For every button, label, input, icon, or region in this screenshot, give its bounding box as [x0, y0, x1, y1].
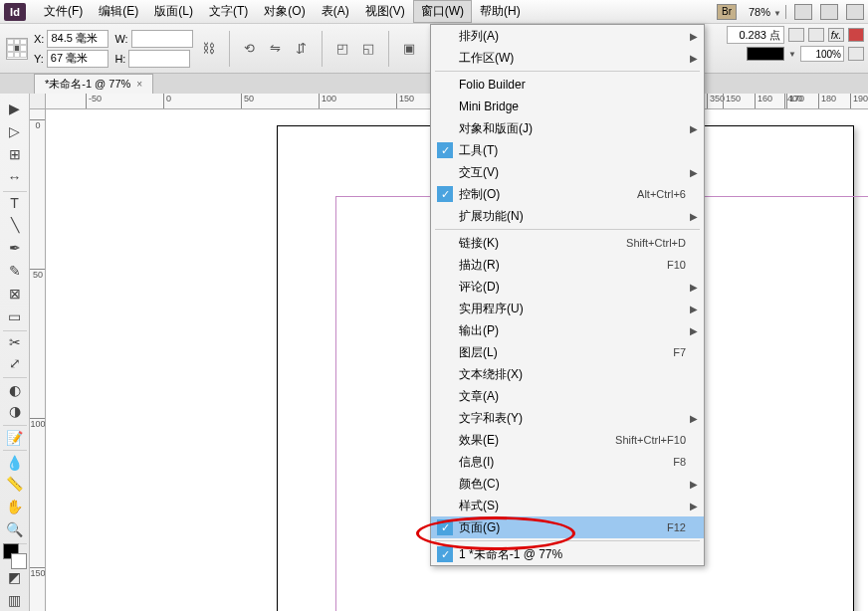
window-menu-dropdown: 排列(A)▶工作区(W)▶Folio BuilderMini Bridge对象和…: [430, 24, 705, 566]
gap-tool[interactable]: ↔: [3, 166, 27, 188]
hand-tool[interactable]: ✋: [3, 496, 27, 517]
menu-item[interactable]: 文本绕排(X): [431, 363, 704, 385]
pen-tool[interactable]: ✒: [3, 237, 27, 259]
menu-item[interactable]: Folio Builder: [431, 74, 704, 96]
menu-item[interactable]: 交互(V)▶: [431, 161, 704, 183]
menu-item[interactable]: ✓页面(G)F12: [431, 516, 704, 538]
h-input[interactable]: [128, 50, 190, 68]
menu-item-label: 排列(A): [459, 28, 499, 45]
arrange-docs-icon[interactable]: [820, 4, 838, 20]
rotate-icon[interactable]: ⟲: [240, 39, 260, 59]
ruler-origin[interactable]: [30, 94, 46, 109]
gradient-swatch-tool[interactable]: ◐: [3, 377, 27, 399]
menu-item[interactable]: ✓工具(T): [431, 139, 704, 161]
warning-icon[interactable]: [848, 28, 864, 42]
menu-item[interactable]: 实用程序(U)▶: [431, 298, 704, 319]
apply-color-icon[interactable]: ◩: [3, 566, 27, 588]
page-tool[interactable]: ⊞: [3, 143, 27, 165]
menu-window[interactable]: 窗口(W): [413, 0, 472, 23]
select-content-icon[interactable]: ◱: [358, 39, 378, 59]
menu-item[interactable]: ✓控制(O)Alt+Ctrl+6: [431, 183, 704, 205]
ruler-vertical[interactable]: 050100150: [30, 109, 46, 611]
document-tab[interactable]: *未命名-1 @ 77% ×: [34, 74, 153, 94]
pencil-tool[interactable]: ✎: [3, 260, 27, 282]
close-icon[interactable]: ×: [136, 79, 142, 90]
effects-icon[interactable]: [788, 28, 804, 42]
menu-item[interactable]: 输出(P)▶: [431, 319, 704, 341]
note-tool[interactable]: 📝: [3, 425, 27, 447]
h-label: H:: [114, 53, 125, 65]
eyedropper-tool[interactable]: 💧: [3, 450, 27, 472]
menu-item[interactable]: ✓1 *未命名-1 @ 77%: [431, 543, 704, 565]
rectangle-tool[interactable]: ▭: [3, 306, 27, 327]
menu-item-label: Folio Builder: [459, 78, 526, 92]
chevron-right-icon: ▶: [690, 501, 698, 511]
menu-edit[interactable]: 编辑(E): [91, 0, 146, 23]
menu-table[interactable]: 表(A): [314, 0, 357, 23]
document-tab-title: *未命名-1 @ 77%: [45, 77, 130, 92]
menu-item[interactable]: 评论(D)▶: [431, 276, 704, 298]
gradient-feather-tool[interactable]: ◑: [3, 400, 27, 422]
select-container-icon[interactable]: ◰: [332, 39, 352, 59]
check-icon: ✓: [437, 186, 453, 202]
flip-v-icon[interactable]: ⇵: [292, 39, 312, 59]
menu-help[interactable]: 帮助(H): [472, 0, 529, 23]
bridge-icon[interactable]: Br: [717, 4, 737, 20]
line-tool[interactable]: ╲: [3, 214, 27, 236]
menu-view[interactable]: 视图(V): [357, 0, 413, 23]
screen-mode-icon[interactable]: [794, 4, 812, 20]
constrain-icon[interactable]: ⛓: [199, 39, 219, 59]
stroke-style-swatch[interactable]: [747, 47, 784, 61]
menu-object[interactable]: 对象(O): [256, 0, 313, 23]
fill-stroke-swap[interactable]: [3, 543, 27, 565]
menu-item[interactable]: 样式(S)▶: [431, 495, 704, 516]
menu-item[interactable]: 工作区(W)▶: [431, 47, 704, 69]
measure-tool[interactable]: 📏: [3, 473, 27, 495]
menu-item-label: 交互(V): [459, 164, 499, 181]
menu-item[interactable]: Mini Bridge: [431, 96, 704, 117]
view-options-icon[interactable]: [846, 4, 864, 20]
type-tool[interactable]: T: [3, 191, 27, 213]
selection-tool[interactable]: ▶: [3, 98, 27, 119]
w-input[interactable]: [131, 30, 193, 48]
menu-item[interactable]: 扩展功能(N)▶: [431, 205, 704, 227]
chevron-down-icon: ▼: [773, 9, 781, 18]
menu-item[interactable]: 颜色(C)▶: [431, 473, 704, 495]
menu-item[interactable]: 图层(L)F7: [431, 341, 704, 363]
stroke-weight-input[interactable]: [727, 26, 784, 44]
chevron-right-icon: ▶: [690, 31, 698, 42]
free-transform-tool[interactable]: ⤢: [3, 352, 27, 374]
zoom-display[interactable]: 78% ▼: [745, 5, 786, 19]
menu-item[interactable]: 描边(R)F10: [431, 254, 704, 276]
menu-item-label: 效果(E): [459, 432, 499, 449]
direct-selection-tool[interactable]: ▷: [3, 120, 27, 142]
menu-item-label: 评论(D): [459, 279, 500, 296]
menu-layout[interactable]: 版面(L): [146, 0, 201, 23]
menu-file[interactable]: 文件(F): [36, 0, 91, 23]
menu-item[interactable]: 排列(A)▶: [431, 25, 704, 47]
x-input[interactable]: [47, 30, 108, 48]
fx-icon[interactable]: fx.: [828, 28, 844, 42]
chevron-right-icon: ▶: [690, 211, 698, 222]
view-mode-icon[interactable]: ▥: [3, 589, 27, 611]
y-input[interactable]: [47, 50, 108, 68]
menu-type[interactable]: 文字(T): [201, 0, 256, 23]
menu-item[interactable]: 链接(K)Shift+Ctrl+D: [431, 232, 704, 254]
flip-h-icon[interactable]: ⇋: [266, 39, 286, 59]
menu-item-shortcut: Shift+Ctrl+D: [626, 237, 686, 249]
menu-item-shortcut: F7: [673, 346, 686, 358]
menu-item[interactable]: 文章(A): [431, 385, 704, 407]
reference-point[interactable]: [6, 38, 28, 60]
menu-item[interactable]: 对象和版面(J)▶: [431, 117, 704, 139]
opacity-input[interactable]: [800, 46, 844, 62]
drop-shadow-icon[interactable]: [808, 28, 824, 42]
fit-frame-icon[interactable]: ▣: [399, 39, 419, 59]
menu-item-label: 文字和表(Y): [459, 410, 523, 427]
scissors-tool[interactable]: ✂: [3, 330, 27, 352]
misc-icon[interactable]: [848, 47, 864, 61]
menu-item[interactable]: 文字和表(Y)▶: [431, 407, 704, 429]
rectangle-frame-tool[interactable]: ⊠: [3, 283, 27, 305]
menu-item[interactable]: 效果(E)Shift+Ctrl+F10: [431, 429, 704, 451]
zoom-tool[interactable]: 🔍: [3, 518, 27, 540]
menu-item[interactable]: 信息(I)F8: [431, 451, 704, 473]
